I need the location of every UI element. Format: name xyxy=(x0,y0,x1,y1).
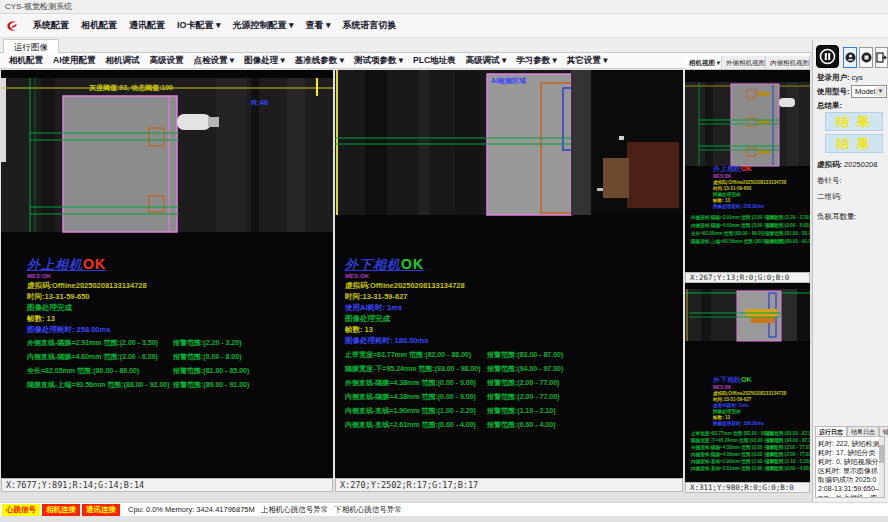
camera-view-lower-outer[interactable]: AI检测区域 外下相机OK MES:OK 虚拟码:Offline20250208… xyxy=(335,70,683,478)
tool-other-settings[interactable]: 其它设置 ▾ xyxy=(562,54,613,68)
cursor-status-lower-outer: X:270;Y:2502;R:17;G:17;B:17 xyxy=(335,478,683,492)
preview-camera-title: 外上相机OK xyxy=(713,164,752,174)
preview-title-text: 外下相机 xyxy=(713,376,741,383)
preview-tab-camera-view[interactable]: 相机视图 ▾ xyxy=(685,56,722,69)
measurement-row: 隔膜直线-上端=90.56mm 范围:(88.00 - 92.00) xyxy=(27,380,170,390)
view-tabrow: 运行图像 xyxy=(0,38,888,53)
measurement-alarm: 报警范围:(81.00 - 85.00) xyxy=(173,366,249,376)
frame-count-line: 帧数: 13 xyxy=(27,314,55,324)
stop-icon xyxy=(861,52,872,63)
operator-login-button[interactable] xyxy=(843,47,857,68)
processing-done-line: 图像处理完成 xyxy=(345,314,390,324)
total-result-label: 总结果: xyxy=(817,101,842,111)
measurement-alarm: 报警范围:(0.00 - 8.00) xyxy=(173,352,241,362)
log-scrollbar-thumb[interactable] xyxy=(879,445,884,463)
tool-advanced-debug[interactable]: 高级调试 ▾ xyxy=(461,54,512,68)
menu-light-config[interactable]: 光源控制配置 ▾ xyxy=(227,17,300,34)
tool-ai-usage-config[interactable]: AI使用配置 xyxy=(48,54,101,68)
tool-image-processing[interactable]: 图像处理 ▾ xyxy=(239,54,290,68)
preview-time-line: 时间:13-31-59-650 xyxy=(713,186,751,191)
preview-elapsed-line: 图像处理耗时: 258.00ms xyxy=(713,204,764,209)
cpu-memory-status: Cpu: 0.0% Memory: 3424.41796875M xyxy=(128,505,255,514)
tool-advanced-settings[interactable]: 高级设置 xyxy=(145,54,189,68)
camera-result-ok: OK xyxy=(401,256,424,272)
menu-camera-config[interactable]: 相机配置 xyxy=(75,17,123,34)
cursor-status-preview-bottom: X:311;Y:980;R:0;G:0;B:0 xyxy=(685,482,810,493)
log-output[interactable]: 耗时: 222, 缺陷检测耗时: 17, 缺陷分类耗时: 0, 缺陷视频分区耗时… xyxy=(815,436,885,498)
elapsed-line: 图像处理耗时: 180.00ms xyxy=(345,336,428,346)
virtual-code-value: 20250208 xyxy=(844,160,877,169)
upper-camera-heartbeat-warning: 上相机心跳信号异常 xyxy=(261,505,329,515)
user-icon xyxy=(845,52,856,63)
cursor-status-preview-top: X:267;Y:13;R:0;G:0;B:0 xyxy=(685,272,810,283)
tab-run-image[interactable]: 运行图像 xyxy=(3,39,59,53)
mes-status-line: MES:OK xyxy=(27,273,51,279)
exit-button[interactable] xyxy=(875,47,888,68)
preview-time-line: 时间:13-31-59-627 xyxy=(713,397,751,402)
virtual-code-label: 虚拟码: xyxy=(817,160,842,169)
measurement-row: 内侧直线-直线=2.61mm 范围:(0.60 - 4.00) xyxy=(345,420,476,430)
measurement-alarm: 报警范围:(2.00 - 77.00) xyxy=(487,378,559,388)
preview-result: OK xyxy=(741,165,752,172)
preview-result: OK xyxy=(741,376,752,383)
measurement-alarm: 报警范围:(89.00 - 91.00) xyxy=(173,380,249,390)
menu-system-config[interactable]: 系统配置 xyxy=(27,17,75,34)
preview-alarm: 报警范围:(89.00 - 91.00) xyxy=(765,239,810,244)
preview-alarm: 报警范围:(81.00 - 85.00) xyxy=(765,231,810,236)
preview-alarm: 报警范围:(1.10 - 2.10) xyxy=(765,459,810,464)
app-logo-icon xyxy=(5,19,21,33)
preview-alarm: 报警范围:(94.00 - 97.00) xyxy=(765,438,810,443)
menu-language-switch[interactable]: 系统语言切换 xyxy=(337,17,403,34)
threshold-label: 灰度阈值:93, 动态阈值:100 xyxy=(89,83,173,93)
model-select[interactable]: Model1▼ xyxy=(851,85,887,98)
measurement-row: 内侧直线-隔膜=4.38mm 范围:(0.00 - 9.00) xyxy=(345,392,476,402)
preview-upper-outer[interactable]: 外上相机OK MES:OK 虚拟码:Offline202502081331347… xyxy=(685,70,810,272)
preview-measurement: 止带宽度=83.77mm 范围:(82.00 - 88.00) xyxy=(691,431,774,436)
preview-tab-inner[interactable]: 内侧相机视图 xyxy=(766,56,810,69)
processing-done-line: 图像处理完成 xyxy=(27,303,72,313)
measurement-row: 隔膜宽度-下=95.24mm 范围:(93.00 - 98.00) xyxy=(345,364,481,374)
result-badge-lower: 结 果 xyxy=(825,134,883,153)
measurement-row: 内侧直线-隔膜=4.60mm 范围:(3.00 - 6.00) xyxy=(27,352,158,362)
preview-alarm: 报警范围:(0.60 - 4.00) xyxy=(765,466,810,471)
preview-alarm: 报警范围:(2.20 - 3.20) xyxy=(765,215,810,220)
preview-done-line: 图像处理完成 xyxy=(713,192,741,197)
measurement-alarm: 报警范围:(2.20 - 3.20) xyxy=(173,338,241,348)
tool-camera-debug[interactable]: 相机调试 xyxy=(101,54,145,68)
pause-button[interactable] xyxy=(816,45,839,68)
tool-spotcheck-settings[interactable]: 点检设置 ▾ xyxy=(189,54,240,68)
log-scrollbar[interactable] xyxy=(879,437,884,498)
measurement-alarm: 报警范围:(2.00 - 77.00) xyxy=(487,392,559,402)
measurement-row: 外侧直线-隔膜=2.91mm 范围:(2.00 - 3.50) xyxy=(27,338,158,348)
virtual-code-line: 虚拟码:Offline20250208133134728 xyxy=(27,281,147,291)
mes-status-line: MES:OK xyxy=(345,273,369,279)
login-user-value: cys xyxy=(852,73,863,82)
login-user-row: 登录用户: cys xyxy=(817,73,863,83)
tool-test-item-params[interactable]: 测试项参数 ▾ xyxy=(349,54,408,68)
exit-door-icon xyxy=(876,52,887,63)
pause-icon xyxy=(819,48,836,65)
camera-view-upper-outer[interactable]: 灰度阈值:93, 动态阈值:100 R:46 外上相机OK MES:OK 虚拟码… xyxy=(1,70,333,478)
menu-view[interactable]: 查看 ▾ xyxy=(300,17,337,34)
tool-camera-config[interactable]: 相机配置 xyxy=(4,54,48,68)
preview-alarm: 报警范围:(0.00 - 8.00) xyxy=(765,223,810,228)
tool-plc-address-table[interactable]: PLC地址表 xyxy=(408,54,461,68)
menu-comm-config[interactable]: 通讯配置 xyxy=(123,17,171,34)
preview-ai-line: 使用AI耗时: 1ms xyxy=(713,403,748,408)
model-label: 使用型号: xyxy=(817,87,850,97)
camera-title-text: 外上相机 xyxy=(27,257,83,272)
measurement-alarm: 报警范围:(1.10 - 2.10) xyxy=(487,406,555,416)
tool-baseline-params[interactable]: 基准线参数 ▾ xyxy=(290,54,349,68)
camera-title-text: 外下相机 xyxy=(345,257,401,272)
camera-title: 外上相机OK xyxy=(27,256,106,274)
camera-result-ok: OK xyxy=(83,256,106,272)
preview-tab-outer[interactable]: 外侧相机视图 xyxy=(722,56,766,69)
preview-lower-outer[interactable]: 外下相机OK MES:OK 虚拟码:Offline202502081331347… xyxy=(685,283,810,482)
menu-io-config[interactable]: IO卡配置 ▾ xyxy=(171,17,227,34)
tool-learning-params[interactable]: 学习参数 ▾ xyxy=(511,54,562,68)
preview-tabbar: 相机视图 ▾ 外侧相机视图 内侧相机视图 xyxy=(685,56,810,70)
elapsed-line: 图像处理耗时: 258.00ms xyxy=(27,325,110,335)
stop-button[interactable] xyxy=(859,47,873,68)
ai-area-label: AI检测区域 xyxy=(491,76,526,86)
measurement-row: 外侧直线-隔膜=4.38mm 范围:(0.00 - 9.00) xyxy=(345,378,476,388)
